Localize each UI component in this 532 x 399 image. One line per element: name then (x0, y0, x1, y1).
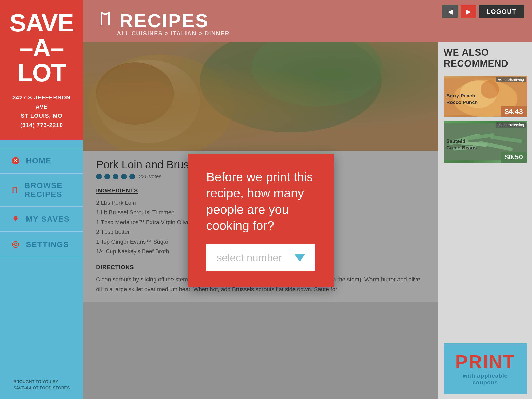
recommend-est-2: est. cost/serving (496, 122, 526, 128)
logo-line2: –A– (19, 34, 64, 62)
print-section[interactable]: PRINT with applicable coupons (444, 343, 527, 394)
saves-icon (10, 214, 21, 224)
sidebar-item-settings[interactable]: SETTINGS (0, 232, 83, 257)
settings-icon (10, 239, 21, 250)
sidebar: SAVE –A– LOT 3427 S JEFFERSON AVE ST LOU… (0, 0, 83, 399)
dropdown-arrow-icon[interactable] (295, 254, 305, 262)
number-select[interactable]: select number (206, 244, 315, 271)
modal-overlay: Before we print this recipe, how many pe… (83, 42, 438, 399)
home-icon: S (10, 156, 21, 166)
my-saves-label: MY SAVES (26, 215, 70, 223)
back-arrow[interactable]: ◀ (442, 5, 458, 18)
modal-question: Before we print this recipe, how many pe… (206, 169, 315, 234)
store-address: 3427 S JEFFERSON AVE ST LOUIS, MO (314) … (8, 93, 75, 130)
recipes-icon (10, 185, 19, 195)
svg-point-22 (481, 80, 499, 99)
main-content: RECIPES ALL CUISINES > ITALIAN > DINNER … (83, 0, 532, 399)
home-label: HOME (26, 156, 51, 165)
we-also-recommend-heading: WE ALSO RECOMMEND (444, 47, 527, 69)
logo-section: SAVE –A– LOT 3427 S JEFFERSON AVE ST LOU… (0, 0, 83, 140)
nav-controls: ◀ ▶ LOGOUT (442, 5, 524, 18)
recommend-label-2: Sauteéd Green Beans (446, 138, 477, 151)
logo-text: SAVE –A– LOT (8, 10, 75, 85)
address-street: 3427 S JEFFERSON AVE (8, 93, 75, 111)
recommend-est-1: est. cost/serving (496, 77, 526, 82)
sidebar-item-my-saves[interactable]: MY SAVES (0, 207, 83, 232)
address-phone: (314) 773-2210 (8, 121, 75, 130)
content-area: Pork Loin and Brussel Sprouts 236 votes … (83, 42, 532, 399)
logo-line1: SAVE (10, 9, 74, 37)
topbar: RECIPES ALL CUISINES > ITALIAN > DINNER … (83, 0, 532, 42)
forward-arrow-icon: ▶ (466, 8, 471, 15)
svg-marker-4 (13, 216, 18, 221)
recommend-label-1: Berry Peach Rocco Punch (446, 93, 478, 105)
address-city: ST LOUIS, MO (8, 111, 75, 120)
recommend-price-1: $4.43 (501, 106, 527, 117)
print-title: PRINT (451, 351, 519, 373)
browse-recipes-label: BROWSE RECIPES (24, 181, 73, 199)
back-arrow-icon: ◀ (448, 8, 453, 15)
sidebar-footer: BROUGHT TO YOU BY SAVE-A-LOT FOOD STORES (3, 371, 80, 399)
page-title: RECIPES (119, 10, 209, 31)
footer-line2: SAVE-A-LOT FOOD STORES (13, 385, 70, 391)
footer-line1: BROUGHT TO YOU BY (13, 379, 70, 385)
recommend-item-green-beans[interactable]: est. cost/serving Sauteéd Green Beans $0… (444, 121, 527, 163)
svg-text:S: S (14, 158, 17, 163)
logout-button[interactable]: LOGOUT (479, 5, 524, 18)
nav-section: S HOME BROWSE RECIPES MY SAVES SETTINGS (0, 140, 83, 265)
sidebar-item-browse-recipes[interactable]: BROWSE RECIPES (0, 174, 83, 207)
print-modal: Before we print this recipe, how many pe… (188, 154, 334, 287)
settings-label: SETTINGS (26, 240, 69, 249)
breadcrumb: ALL CUISINES > ITALIAN > DINNER (117, 30, 230, 37)
forward-arrow[interactable]: ▶ (461, 5, 476, 18)
recommend-item-berry-peach[interactable]: est. cost/serving Berry Peach Rocco Punc… (444, 76, 527, 117)
recipes-header-icon (96, 10, 114, 32)
right-sidebar: WE ALSO RECOMMEND est. cost/serving Berr… (438, 42, 532, 399)
logo-line3: LOT (17, 59, 66, 87)
select-placeholder: select number (217, 252, 282, 264)
recipe-main: Pork Loin and Brussel Sprouts 236 votes … (83, 42, 438, 399)
print-subtitle: with applicable coupons (451, 373, 519, 386)
svg-point-5 (14, 243, 17, 246)
sidebar-item-home[interactable]: S HOME (0, 148, 83, 174)
recommend-price-2: $0.50 (501, 152, 527, 163)
